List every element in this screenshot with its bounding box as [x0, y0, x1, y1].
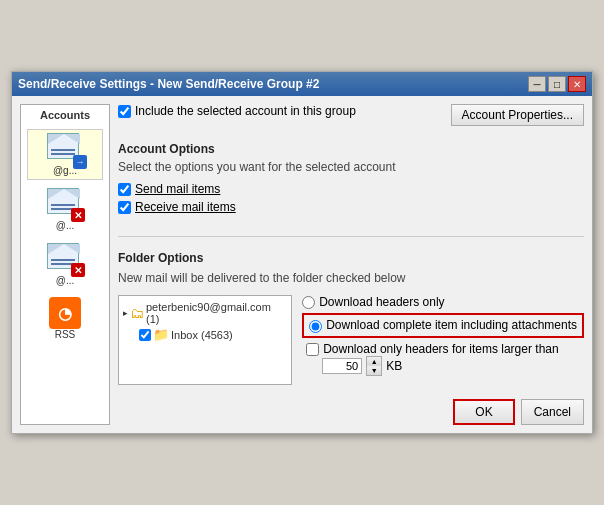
collapse-icon: ▸ — [123, 308, 128, 318]
top-bar: Include the selected account in this gro… — [118, 104, 584, 126]
tree-child: 📁 Inbox (4563) — [139, 326, 287, 343]
sidebar-item-account2[interactable]: ✕ @... — [27, 184, 103, 235]
rss-icon: ◔ — [49, 297, 81, 329]
account-options-section: Account Options Select the options you w… — [118, 134, 584, 222]
send-items-checkbox[interactable]: Send mail items — [118, 182, 584, 196]
complete-item-box: Download complete item including attachm… — [302, 313, 584, 338]
inbox-folder-icon: 📁 — [153, 327, 169, 342]
headers-larger-label: Download only headers for items larger t… — [323, 342, 558, 356]
size-spinner: ▲ ▼ — [366, 356, 382, 376]
size-row: 50 ▲ ▼ KB — [322, 356, 584, 376]
dialog-window: Send/Receive Settings - New Send/Receive… — [11, 71, 593, 434]
divider — [118, 236, 584, 237]
include-account-input[interactable] — [118, 105, 131, 118]
arrow-icon: → — [73, 155, 87, 169]
complete-item-radio[interactable]: Download complete item including attachm… — [309, 318, 577, 333]
rss-label: RSS — [55, 329, 76, 340]
download-options: Download headers only Download complete … — [302, 295, 584, 376]
receive-items-label: Receive mail items — [135, 200, 236, 214]
inbox-item[interactable]: 📁 Inbox (4563) — [139, 326, 287, 343]
ok-button[interactable]: OK — [453, 399, 514, 425]
headers-only-label: Download headers only — [319, 295, 444, 309]
red-x-icon: ✕ — [71, 208, 85, 222]
receive-items-input[interactable] — [118, 201, 131, 214]
tree-root: ▸ 🗂 peterbenic90@gmail.com (1) 📁 Inbox (… — [123, 300, 287, 343]
larger-than-section: Download only headers for items larger t… — [304, 342, 584, 376]
include-account-checkbox[interactable]: Include the selected account in this gro… — [118, 104, 356, 118]
complete-item-input[interactable] — [309, 320, 322, 333]
headers-larger-checkbox[interactable]: Download only headers for items larger t… — [306, 342, 584, 356]
folder-options-section: Folder Options New mail will be delivere… — [118, 251, 584, 385]
dialog-content: Accounts → @g... — [12, 96, 592, 433]
root-label: peterbenic90@gmail.com (1) — [146, 301, 287, 325]
size-unit-label: KB — [386, 359, 402, 373]
red-x-icon2: ✕ — [71, 263, 85, 277]
account-options-desc: Select the options you want for the sele… — [118, 160, 584, 174]
account2-icon: ✕ — [47, 188, 83, 220]
inbox-checkbox[interactable] — [139, 329, 151, 341]
maximize-button[interactable]: □ — [548, 76, 566, 92]
minimize-button[interactable]: ─ — [528, 76, 546, 92]
account-properties-button[interactable]: Account Properties... — [451, 104, 584, 126]
title-bar: Send/Receive Settings - New Send/Receive… — [12, 72, 592, 96]
tree-root-item[interactable]: ▸ 🗂 peterbenic90@gmail.com (1) — [123, 300, 287, 326]
complete-item-label: Download complete item including attachm… — [326, 318, 577, 332]
account-options-title: Account Options — [118, 142, 584, 156]
send-items-label: Send mail items — [135, 182, 220, 196]
accounts-sidebar: Accounts → @g... — [20, 104, 110, 425]
headers-only-input[interactable] — [302, 296, 315, 309]
cancel-button[interactable]: Cancel — [521, 399, 584, 425]
spin-up-button[interactable]: ▲ — [367, 357, 381, 366]
folder-row: ▸ 🗂 peterbenic90@gmail.com (1) 📁 Inbox (… — [118, 295, 584, 385]
bottom-bar: OK Cancel — [118, 393, 584, 425]
spin-down-button[interactable]: ▼ — [367, 366, 381, 375]
send-items-input[interactable] — [118, 183, 131, 196]
sidebar-item-account3[interactable]: ✕ @... — [27, 239, 103, 290]
include-account-label: Include the selected account in this gro… — [135, 104, 356, 118]
sidebar-item-rss[interactable]: ◔ RSS — [27, 294, 103, 343]
folder-options-title: Folder Options — [118, 251, 584, 265]
account3-icon: ✕ — [47, 243, 83, 275]
account1-icon: → — [47, 133, 83, 165]
receive-items-checkbox[interactable]: Receive mail items — [118, 200, 584, 214]
main-panel: Include the selected account in this gro… — [118, 104, 584, 425]
headers-larger-input[interactable] — [306, 343, 319, 356]
root-folder-icon: 🗂 — [130, 305, 144, 321]
sidebar-item-account1[interactable]: → @g... — [27, 129, 103, 180]
headers-only-radio[interactable]: Download headers only — [302, 295, 584, 309]
close-button[interactable]: ✕ — [568, 76, 586, 92]
title-bar-buttons: ─ □ ✕ — [528, 76, 586, 92]
sidebar-header: Accounts — [40, 109, 90, 121]
size-input[interactable]: 50 — [322, 358, 362, 374]
folder-options-desc: New mail will be delivered to the folder… — [118, 271, 584, 285]
window-title: Send/Receive Settings - New Send/Receive… — [18, 77, 319, 91]
inbox-label: Inbox (4563) — [171, 329, 233, 341]
folder-tree[interactable]: ▸ 🗂 peterbenic90@gmail.com (1) 📁 Inbox (… — [118, 295, 292, 385]
